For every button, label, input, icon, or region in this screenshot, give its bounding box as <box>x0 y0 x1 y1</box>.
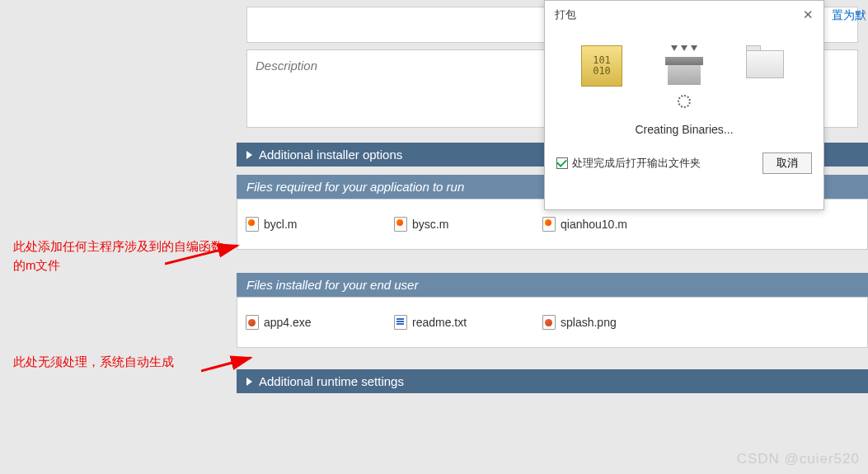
open-folder-checkbox[interactable]: 处理完成后打开输出文件夹 <box>556 156 701 171</box>
section-title: Additional installer options <box>259 148 402 162</box>
annotation-note-1: 此处添加任何主程序涉及到的自编函数的m文件 <box>13 237 228 275</box>
image-file-icon <box>542 315 556 330</box>
dialog-status-text: Creating Binaries... <box>545 118 823 146</box>
file-name: readme.txt <box>412 316 467 329</box>
arrow-icon <box>201 353 259 378</box>
section-title: Files installed for your end user <box>246 278 418 292</box>
dialog-titlebar: 打包 ✕ <box>545 1 823 29</box>
dialog-footer: 处理完成后打开输出文件夹 取消 <box>545 146 823 181</box>
binary-icon: 101010 <box>581 45 622 87</box>
packaging-dialog: 打包 ✕ 101010 Creating Binaries... 处理完成后打开… <box>544 0 824 210</box>
file-item[interactable]: splash.png <box>537 304 686 340</box>
close-icon[interactable]: ✕ <box>803 7 814 22</box>
checkbox-icon <box>556 157 568 169</box>
matlab-file-icon <box>542 217 556 232</box>
file-name: splash.png <box>561 316 617 329</box>
file-name: bycl.m <box>264 218 297 231</box>
installed-files-area[interactable]: app4.exe readme.txt splash.png <box>237 297 868 348</box>
matlab-file-icon <box>394 217 407 232</box>
checkbox-label: 处理完成后打开输出文件夹 <box>572 156 701 171</box>
app-file-icon <box>246 315 259 330</box>
section-title: Files required for your application to r… <box>246 180 464 194</box>
dialog-title-text: 打包 <box>555 7 576 22</box>
file-name: qianhou10.m <box>561 218 627 231</box>
file-item[interactable]: app4.exe <box>241 304 389 340</box>
folder-icon <box>746 45 787 87</box>
svg-line-1 <box>201 358 251 371</box>
section-files-installed: Files installed for your end user <box>237 273 868 297</box>
set-default-link[interactable]: 置为默 <box>832 8 866 23</box>
annotation-note-2: 此处无须处理，系统自动生成 <box>13 353 174 372</box>
chevron-right-icon <box>246 151 252 159</box>
file-item[interactable]: bycl.m <box>241 206 389 242</box>
watermark: CSDN @cuier520 <box>737 451 860 467</box>
cancel-button[interactable]: 取消 <box>762 153 812 174</box>
chevron-right-icon <box>246 378 252 386</box>
text-file-icon <box>394 315 407 330</box>
section-title: Additional runtime settings <box>259 374 404 388</box>
file-name: app4.exe <box>264 316 312 329</box>
loading-spinner-icon <box>678 95 691 108</box>
file-item[interactable]: bysc.m <box>389 206 537 242</box>
file-item[interactable]: readme.txt <box>389 304 537 340</box>
package-box-icon <box>664 45 705 87</box>
matlab-file-icon <box>246 217 259 232</box>
section-runtime-settings[interactable]: Additional runtime settings <box>237 369 868 393</box>
dialog-icons-row: 101010 <box>545 45 823 87</box>
file-name: bysc.m <box>412 218 448 231</box>
file-item[interactable]: qianhou10.m <box>537 206 686 242</box>
